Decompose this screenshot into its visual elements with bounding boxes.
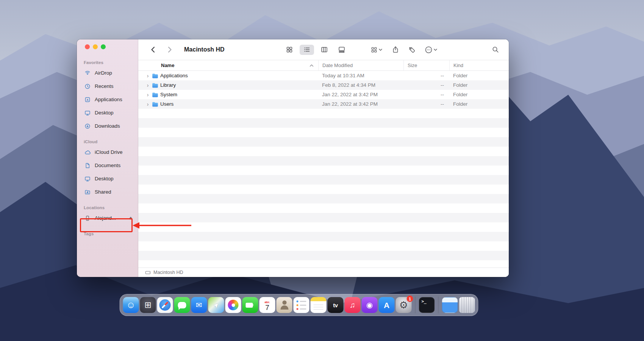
table-row[interactable]: ›Applications Today at 10:31 AM -- Folde… — [138, 71, 509, 80]
group-button[interactable] — [371, 47, 382, 53]
file-size: -- — [403, 73, 449, 78]
sidebar-item-label: Desktop — [95, 176, 114, 181]
disclosure-chevron-icon[interactable]: › — [146, 73, 150, 79]
more-button[interactable] — [425, 46, 437, 53]
file-name: Applications — [160, 73, 188, 78]
dock-item-photos[interactable] — [225, 297, 241, 313]
dock-item-messages[interactable] — [174, 297, 190, 313]
list-view-button[interactable] — [300, 45, 314, 55]
back-button[interactable] — [148, 46, 158, 53]
dock-item-finder[interactable]: ☺ — [123, 297, 139, 313]
empty-rows-stripes — [138, 109, 509, 267]
dock-item-reminders[interactable] — [294, 297, 309, 313]
dock-item-trash[interactable] — [459, 297, 475, 313]
annotation-arrow — [132, 221, 193, 230]
column-header-date-modified[interactable]: Date Modified — [318, 60, 403, 70]
podcasts-icon: ◉ — [366, 301, 373, 309]
file-kind: Folder — [449, 82, 509, 88]
sidebar-item-desktop[interactable]: Desktop — [77, 106, 138, 119]
disclosure-chevron-icon[interactable]: › — [146, 92, 150, 98]
search-button[interactable] — [492, 46, 499, 53]
file-date: Jan 22, 2022 at 3:42 PM — [318, 101, 403, 107]
contacts-person-icon — [282, 300, 286, 305]
dock-item-facetime[interactable] — [242, 297, 258, 313]
sidebar-item-desktop-icloud[interactable]: Desktop — [77, 172, 138, 185]
sidebar-item-applications[interactable]: A Applications — [77, 93, 138, 106]
path-item[interactable]: Macintosh HD — [153, 270, 183, 275]
table-row[interactable]: ›Users Jan 22, 2022 at 3:42 PM -- Folder — [138, 99, 509, 109]
dock-item-system-preferences[interactable]: ⚙1 — [396, 297, 412, 313]
finder-window: Favorites AirDrop Recents A Applications… — [77, 39, 509, 277]
hard-drive-icon — [145, 270, 151, 275]
dock-item-notes[interactable] — [311, 297, 327, 313]
tags-button[interactable] — [409, 47, 415, 53]
folder-icon — [152, 102, 158, 107]
sidebar-item-shared[interactable]: Shared — [77, 185, 138, 199]
path-bar: Macintosh HD — [138, 267, 509, 277]
launchpad-icon: ⊞ — [144, 301, 151, 309]
messages-bubble-icon — [178, 302, 186, 308]
file-date: Jan 22, 2022 at 3:42 PM — [318, 92, 403, 97]
folder-icon — [152, 83, 158, 88]
section-label: Tags — [77, 232, 138, 238]
gallery-view-button[interactable] — [335, 45, 349, 55]
table-row[interactable]: ›Library Feb 8, 2022 at 4:34 PM -- Folde… — [138, 80, 509, 90]
close-button[interactable] — [85, 44, 90, 49]
section-label: Favorites — [77, 60, 138, 66]
cloud-icon — [84, 149, 91, 155]
dock-item-terminal[interactable]: >_ — [419, 297, 435, 313]
column-header-name[interactable]: Name — [138, 60, 318, 70]
sidebar-section-tags: Tags — [77, 232, 138, 238]
dock-item-finder-window[interactable] — [442, 297, 458, 313]
clock-icon — [84, 83, 91, 89]
dock-item-app-store[interactable]: A — [379, 297, 395, 313]
downloads-icon — [84, 123, 91, 129]
gear-icon: ⚙ — [399, 300, 408, 310]
shared-folder-icon — [84, 189, 91, 195]
dock-item-tv[interactable]: tv — [328, 297, 344, 313]
sidebar-item-label: Shared — [95, 189, 111, 195]
minimize-button[interactable] — [93, 44, 98, 49]
file-size: -- — [403, 92, 449, 97]
sidebar-item-documents[interactable]: Documents — [77, 159, 138, 172]
disclosure-chevron-icon[interactable]: › — [146, 82, 150, 88]
column-view-button[interactable] — [317, 45, 331, 55]
document-icon — [84, 162, 91, 169]
forward-button[interactable] — [164, 46, 174, 53]
dock-item-mail[interactable]: ✉ — [191, 297, 207, 313]
dock-item-podcasts[interactable]: ◉ — [362, 297, 378, 313]
dock-item-calendar[interactable]: abr.7 — [259, 297, 275, 313]
svg-text:A: A — [86, 98, 89, 102]
sort-ascending-icon — [309, 64, 314, 67]
annotation-highlight-box — [80, 218, 133, 232]
sidebar-item-airdrop[interactable]: AirDrop — [77, 66, 138, 80]
desktop: Favorites AirDrop Recents A Applications… — [0, 0, 644, 341]
share-button[interactable] — [392, 46, 399, 53]
calendar-day-label: 7 — [265, 304, 269, 311]
table-row[interactable]: ›System Jan 22, 2022 at 3:42 PM -- Folde… — [138, 90, 509, 99]
disclosure-chevron-icon[interactable]: › — [146, 101, 150, 107]
file-list: ›Applications Today at 10:31 AM -- Folde… — [138, 71, 509, 267]
notification-badge: 1 — [407, 296, 413, 302]
dock-item-maps[interactable]: ➤ — [208, 297, 224, 313]
file-name: Library — [160, 82, 176, 88]
column-header-kind[interactable]: Kind — [449, 60, 509, 70]
icon-view-button[interactable] — [282, 45, 297, 55]
column-header-size[interactable]: Size — [403, 60, 449, 70]
dock-item-contacts[interactable] — [277, 297, 292, 313]
dock-item-safari[interactable] — [157, 297, 173, 313]
dock-item-music[interactable]: ♫ — [345, 297, 361, 313]
terminal-prompt-icon: >_ — [422, 299, 427, 303]
sidebar-item-label: Recents — [95, 83, 114, 89]
view-switcher — [282, 45, 349, 55]
sidebar-item-recents[interactable]: Recents — [77, 80, 138, 93]
mail-envelope-icon: ✉ — [196, 301, 202, 309]
music-note-icon: ♫ — [350, 301, 355, 309]
dock-item-launchpad[interactable]: ⊞ — [140, 297, 156, 313]
zoom-button[interactable] — [101, 44, 106, 49]
table-header: Name Date Modified Size Kind — [138, 60, 509, 71]
sidebar-section-icloud: iCloud iCloud Drive Documents Desktop Sh… — [77, 139, 138, 199]
sidebar-item-icloud-drive[interactable]: iCloud Drive — [77, 145, 138, 159]
sidebar-item-downloads[interactable]: Downloads — [77, 119, 138, 133]
applications-icon: A — [84, 96, 91, 103]
